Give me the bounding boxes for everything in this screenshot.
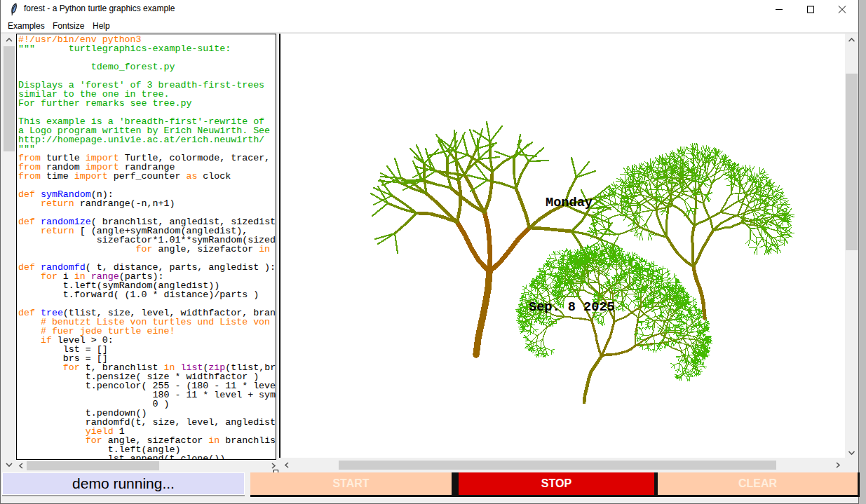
svg-text:Sep. 8 2025: Sep. 8 2025 <box>529 300 615 315</box>
svg-text:Monday: Monday <box>546 196 593 210</box>
